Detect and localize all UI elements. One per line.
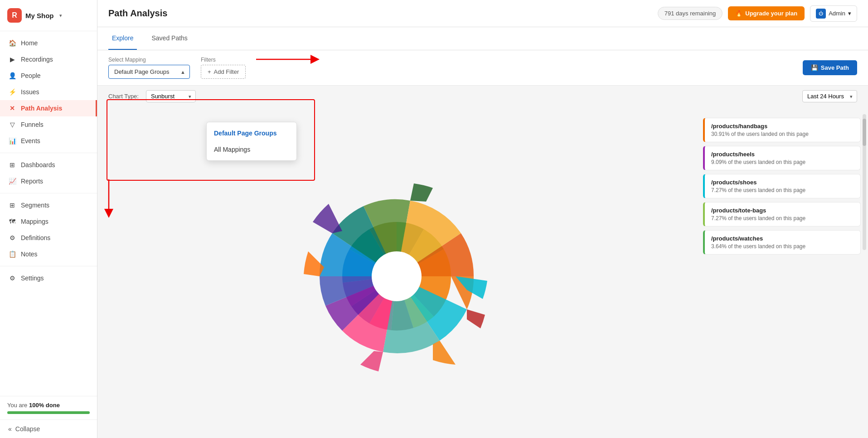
sidebar-item-label: Definitions [21, 234, 50, 241]
sidebar-item-label: Mappings [21, 218, 48, 225]
sidebar-item-label: Recordings [21, 56, 53, 63]
sidebar-item-label: Funnels [21, 121, 44, 128]
topbar-right: 791 days remaining 🔥 Upgrade your plan ⏻… [658, 5, 857, 22]
funnels-icon: ▽ [8, 121, 16, 128]
sidebar-item-settings[interactable]: ⚙ Settings [0, 270, 97, 286]
shop-logo[interactable]: R My Shop ▾ [0, 0, 97, 31]
sidebar-item-people[interactable]: 👤 People [0, 67, 97, 84]
progress-section: You are 100% done [0, 396, 97, 419]
logo-icon: R [7, 8, 22, 23]
sidebar-item-path-analysis[interactable]: ✕ Path Analysis [0, 100, 97, 116]
sunburst-container [97, 114, 696, 438]
dropdown-item-all-mappings[interactable]: All Mappings [207, 141, 296, 158]
path-analysis-icon: ✕ [8, 105, 16, 112]
segments-icon: ⊞ [8, 202, 16, 209]
legend-path: /products/handbags [711, 123, 854, 130]
mappings-icon: 🗺 [8, 218, 16, 225]
filter-row: Select Mapping Default Page Groups ▲ Fil… [97, 50, 868, 86]
legend-pct: 7.27% of the users landed on this page [711, 215, 854, 221]
legend-item-heels: /products/heels 9.09% of the users lande… [703, 146, 861, 170]
mapping-select-wrapper: Default Page Groups ▲ [108, 65, 190, 79]
tab-explore[interactable]: Explore [108, 27, 137, 50]
sidebar-item-notes[interactable]: 📋 Notes [0, 246, 97, 262]
chart-type-label: Chart Type: [108, 93, 139, 100]
admin-label: Admin [829, 10, 845, 17]
sidebar-item-segments[interactable]: ⊞ Segments [0, 197, 97, 213]
mapping-label: Select Mapping [108, 57, 190, 63]
sidebar-item-label: People [21, 72, 41, 79]
legend-pct: 7.27% of the users landed on this page [711, 187, 854, 193]
admin-arrow: ▾ [848, 10, 851, 17]
scrollbar-thumb [863, 119, 866, 146]
topbar: Path Analysis 791 days remaining 🔥 Upgra… [97, 0, 868, 27]
sidebar-item-mappings[interactable]: 🗺 Mappings [0, 213, 97, 230]
add-filter-plus-icon: + [208, 68, 211, 75]
sidebar-item-dashboards[interactable]: ⊞ Dashboards [0, 157, 97, 173]
chart-type-select-wrapper: Sunburst ▾ [146, 90, 196, 102]
progress-bar-fill [7, 411, 90, 414]
sidebar-item-label: Settings [21, 274, 44, 282]
legend-item-tote-bags: /products/tote-bags 7.27% of the users l… [703, 202, 861, 226]
collapse-arrow-icon: « [8, 425, 12, 433]
sidebar-item-label: Home [21, 39, 38, 47]
reports-icon: 📈 [8, 178, 16, 185]
shop-name: My Shop [25, 12, 54, 19]
sidebar-item-label: Notes [21, 250, 38, 258]
filters-label: Filters [201, 57, 246, 63]
save-path-button[interactable]: 💾 Save Path [803, 60, 857, 75]
legend-pct: 30.91% of the users landed on this page [711, 131, 854, 137]
sunburst-chart[interactable] [301, 181, 492, 371]
chart-type-select[interactable]: Sunburst [146, 90, 196, 102]
dashboards-icon: ⊞ [8, 161, 16, 168]
shop-dropdown-arrow: ▾ [59, 13, 62, 19]
sidebar-item-definitions[interactable]: ⚙ Definitions [0, 230, 97, 246]
upgrade-icon: 🔥 [735, 10, 742, 17]
sidebar-item-label: Path Analysis [21, 105, 62, 112]
mapping-select[interactable]: Default Page Groups [108, 65, 190, 79]
progress-label: You are 100% done [7, 402, 90, 409]
definitions-icon: ⚙ [8, 234, 16, 241]
legend-item-watches: /products/watches 3.64% of the users lan… [703, 230, 861, 255]
sidebar-item-label: Segments [21, 202, 49, 209]
chart-options-row: Chart Type: Sunburst ▾ Last 24 Hours ▾ [97, 86, 868, 107]
legend-panel: /products/handbags 30.91% of the users l… [696, 114, 868, 438]
events-icon: 📊 [8, 137, 16, 144]
admin-icon: ⏻ [816, 9, 826, 19]
collapse-button[interactable]: « Collapse [0, 419, 97, 438]
sidebar-item-funnels[interactable]: ▽ Funnels [0, 116, 97, 133]
progress-bar-bg [7, 411, 90, 414]
add-filter-label: Add Filter [214, 68, 239, 75]
sidebar-item-issues[interactable]: ⚡ Issues [0, 84, 97, 100]
dropdown-item-default[interactable]: Default Page Groups [207, 125, 296, 141]
settings-icon: ⚙ [8, 274, 16, 282]
time-range-select[interactable]: Last 24 Hours [802, 90, 857, 102]
add-filter-button[interactable]: + Add Filter [201, 65, 246, 79]
main-content: Path Analysis 791 days remaining 🔥 Upgra… [97, 0, 868, 438]
days-remaining-badge: 791 days remaining [658, 7, 723, 20]
sidebar-nav: 🏠 Home ▶ Recordings 👤 People ⚡ Issues ✕ … [0, 31, 97, 396]
issues-icon: ⚡ [8, 88, 16, 96]
legend-path: /products/tote-bags [711, 207, 854, 214]
scrollbar[interactable] [863, 114, 866, 250]
filters-group: Filters + Add Filter [201, 57, 246, 79]
legend-pct: 3.64% of the users landed on this page [711, 243, 854, 250]
save-icon: 💾 [811, 64, 818, 71]
content-area: Explore Saved Paths Select Mapping Defau… [97, 27, 868, 438]
sidebar-item-home[interactable]: 🏠 Home [0, 35, 97, 51]
recordings-icon: ▶ [8, 56, 16, 63]
admin-menu[interactable]: ⏻ Admin ▾ [810, 5, 857, 22]
sidebar: R My Shop ▾ 🏠 Home ▶ Recordings 👤 People… [0, 0, 97, 438]
legend-path: /products/watches [711, 235, 854, 242]
legend-path: /products/heels [711, 151, 854, 158]
tab-saved-paths[interactable]: Saved Paths [148, 27, 191, 50]
upgrade-button[interactable]: 🔥 Upgrade your plan [728, 6, 805, 20]
sidebar-item-recordings[interactable]: ▶ Recordings [0, 51, 97, 67]
legend-item-shoes: /products/shoes 7.27% of the users lande… [703, 174, 861, 198]
filter-section-wrapper: Select Mapping Default Page Groups ▲ Fil… [97, 50, 868, 86]
sidebar-item-label: Dashboards [21, 161, 55, 168]
sidebar-item-reports[interactable]: 📈 Reports [0, 173, 97, 189]
sidebar-item-events[interactable]: 📊 Events [0, 133, 97, 149]
mapping-dropdown: Default Page Groups All Mappings [206, 122, 297, 161]
sidebar-item-label: Reports [21, 178, 43, 185]
collapse-label: Collapse [15, 425, 40, 433]
